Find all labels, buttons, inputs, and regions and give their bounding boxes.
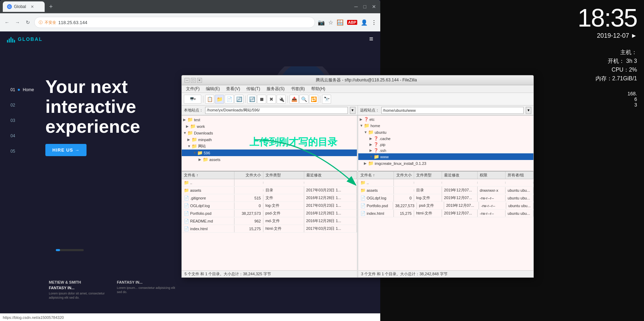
col-filetype[interactable]: 文件类型: [263, 172, 304, 179]
remote-tree-item-etc[interactable]: ▶ ❓ etc: [358, 116, 533, 122]
tree-item-test[interactable]: ▶ 📁 test: [182, 116, 357, 123]
local-file-row[interactable]: 📄README.md 962 md-文件 2016年12月28日 1...: [182, 217, 357, 225]
col-filename[interactable]: 文件名 ↑: [182, 172, 234, 179]
toolbar-btn-2[interactable]: 📁: [215, 95, 224, 104]
local-file-row[interactable]: 📄.gitignore 515 文件 2016年12月28日 1...: [182, 194, 357, 202]
screenshot-ext-icon[interactable]: 📷: [318, 19, 325, 26]
nav-item-01[interactable]: 01 Home: [10, 87, 34, 92]
local-file-row[interactable]: 📁..: [182, 179, 357, 187]
nav-item-03[interactable]: 03: [10, 118, 34, 123]
menu-file[interactable]: 文件(F): [183, 85, 202, 93]
card-2-text: Lorem ipsum... consectetur adipisicing e…: [117, 286, 178, 294]
abp-icon[interactable]: ABP: [347, 20, 357, 25]
remote-file-row[interactable]: 📄index.html 15,275 html-文件 2019年12月07...…: [358, 210, 533, 217]
forward-button[interactable]: →: [13, 18, 22, 27]
card-1-text: Lorem ipsum dolor sit amet, consectetur …: [49, 291, 110, 300]
remote-tree-item-imgcreate[interactable]: ▶ 📁 imgcreate_linux_install_0.1.23: [358, 160, 533, 167]
remote-col-filename[interactable]: 文件名 ↑: [358, 172, 394, 179]
expand-icon: ▼: [364, 130, 368, 134]
remote-col-filedate[interactable]: 最近修改: [442, 172, 478, 179]
tree-item-assets[interactable]: ▶ 📁 assets: [182, 156, 357, 163]
nav-item-02[interactable]: 02: [10, 103, 34, 108]
close-button[interactable]: ✕: [370, 4, 377, 9]
toolbar-reconnect[interactable]: 🔌: [277, 95, 286, 104]
tree-item-website[interactable]: ▼ 📁 网站: [182, 143, 357, 149]
local-file-row[interactable]: 📄index.html 15,275 html-文件 2017年03月23日 1…: [182, 225, 357, 233]
new-tab-button[interactable]: +: [46, 2, 56, 12]
nav-item-04[interactable]: 04: [10, 133, 34, 138]
local-path-input[interactable]: [205, 107, 348, 114]
expand-icon: ▼: [193, 151, 197, 155]
menu-view[interactable]: 查看(V): [223, 85, 243, 93]
account-icon[interactable]: 👤: [361, 19, 368, 26]
back-button[interactable]: ←: [3, 18, 11, 27]
remote-file-row[interactable]: 📁..: [358, 179, 533, 187]
remote-tree-item-home[interactable]: ▼ 📁 home: [358, 122, 533, 129]
toolbar-btn-1[interactable]: 📋: [205, 95, 214, 104]
remote-col-owner[interactable]: 所有者/组: [506, 172, 533, 179]
minimize-button[interactable]: ─: [353, 4, 359, 9]
expand-icon: ▶: [186, 124, 190, 128]
reload-button[interactable]: ↻: [24, 18, 32, 27]
toolbar-sep-3: [287, 96, 288, 103]
remote-col-filetype[interactable]: 文件类型: [414, 172, 442, 179]
address-bar[interactable]: ⓘ 不安全 118.25.63.144: [34, 17, 315, 28]
more-icon[interactable]: ⋮: [371, 19, 377, 26]
remote-tree-item-ubuntu[interactable]: ▼ 📁 ubuntu: [358, 129, 533, 136]
toolbar-refresh[interactable]: 🔃: [247, 95, 256, 104]
remote-path-input[interactable]: [381, 107, 524, 114]
remote-file-row[interactable]: 📁assets 目录 2019年12月07... drwxrwxr-x ubun…: [358, 187, 533, 194]
nav-item-05[interactable]: 05: [10, 149, 34, 154]
hamburger-menu[interactable]: ≡: [369, 35, 373, 43]
menu-edit[interactable]: 编辑(E): [203, 85, 223, 93]
expand-icon: ▶: [183, 118, 187, 122]
col-filesize[interactable]: 文件大小: [234, 172, 263, 179]
tab-close-btn[interactable]: ✕: [30, 4, 35, 9]
remote-address-bar: 远程站点： ▼: [358, 105, 534, 115]
fz-maximize-btn[interactable]: □: [191, 78, 196, 83]
tree-item-downloads[interactable]: ▼ 📁 Downloads: [182, 130, 357, 136]
local-address-bar: 本地站点： ▼: [182, 105, 358, 115]
tree-item-work[interactable]: ▶ 📁 work: [182, 123, 357, 130]
toolbar-btn-4[interactable]: 🔄: [234, 95, 244, 104]
remote-tree-item-ssh[interactable]: ▶ ❓ .ssh: [358, 147, 533, 153]
toolbar-sep-2: [245, 96, 246, 103]
local-path-dropdown[interactable]: ▼: [350, 107, 355, 114]
remote-col-perm[interactable]: 权限: [478, 172, 506, 179]
toolbar-disconnect[interactable]: ✖: [267, 95, 276, 104]
fz-minimize-btn[interactable]: ─: [185, 78, 189, 83]
toolbar-btn-3[interactable]: 📄: [225, 95, 234, 104]
toolbar-binoculars[interactable]: 🔭: [322, 95, 331, 104]
toolbar-sync[interactable]: 🔁: [309, 95, 318, 104]
tree-item-minpath[interactable]: ▶ 📁 minpath: [182, 136, 357, 143]
remote-col-filesize[interactable]: 文件大小: [394, 172, 414, 179]
toolbar-sitemanager[interactable]: 🖥️▾: [184, 95, 201, 104]
folder-icon: 📁: [374, 154, 379, 159]
toolbar-abort[interactable]: ⏹: [257, 95, 266, 104]
remote-tree-item-cache[interactable]: ▶ ❓ .cache: [358, 136, 533, 141]
menu-help[interactable]: 帮助(H): [308, 85, 328, 93]
menu-server[interactable]: 服务器(S): [264, 85, 287, 93]
toolbar-filter[interactable]: 🔍: [299, 95, 308, 104]
windows-icon[interactable]: 🪟: [337, 19, 344, 26]
star-button[interactable]: ☆: [328, 19, 333, 26]
local-file-row[interactable]: 📁assets 目录 2017年03月23日 1...: [182, 187, 357, 194]
toolbar-upload-queue[interactable]: 📤: [290, 95, 299, 104]
menu-transfer[interactable]: 传输(T): [244, 85, 263, 93]
hero-section: Your next interactive experience HIRE US…: [45, 77, 140, 156]
nav-number: 04: [10, 133, 15, 138]
hire-button[interactable]: HIRE US →: [45, 144, 87, 156]
local-file-row[interactable]: 📄OGLdpf.log 0 log-文件 2017年03月23日 1...: [182, 202, 357, 210]
browser-tab[interactable]: G Global ✕: [3, 1, 45, 12]
fz-close-btn[interactable]: ✕: [197, 78, 202, 83]
remote-tree-item-www[interactable]: ▼ 📁 www: [358, 153, 533, 160]
remote-file-row[interactable]: 📄Portfolio.psd 38,227,573 psd-文件 2019年12…: [358, 202, 533, 210]
remote-file-row[interactable]: 📄OGLdpf.log 0 log-文件 2019年12月07... -rw-r…: [358, 194, 533, 202]
tree-item-596[interactable]: ▼ 📁 596: [182, 149, 357, 156]
col-filedate[interactable]: 最近修改: [304, 172, 357, 179]
local-file-row[interactable]: 📄Portfolio.psd 38,227,573 psd-文件 2016年12…: [182, 210, 357, 217]
maximize-button[interactable]: □: [362, 4, 368, 9]
menu-bookmarks[interactable]: 书签(B): [288, 85, 308, 93]
remote-tree-item-pip[interactable]: ▶ ❓ .pip: [358, 141, 533, 147]
remote-path-dropdown[interactable]: ▼: [526, 107, 531, 114]
